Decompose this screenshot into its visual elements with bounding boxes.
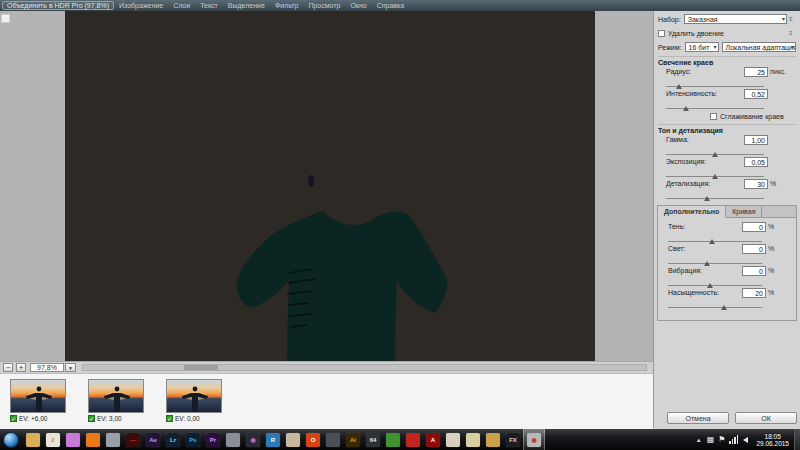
thumbnail-image[interactable] bbox=[166, 379, 222, 413]
premiere-icon-button[interactable]: Pr bbox=[203, 429, 223, 450]
menu-изображение[interactable]: Изображение bbox=[119, 2, 163, 9]
64-app-icon-button[interactable]: 64 bbox=[363, 429, 383, 450]
zoom-in-button[interactable]: + bbox=[16, 363, 26, 372]
photo-viewer-icon-button[interactable] bbox=[63, 429, 83, 450]
after-effects-icon-button[interactable]: Ae bbox=[143, 429, 163, 450]
r-app-icon-button[interactable]: R bbox=[263, 429, 283, 450]
slider-value-input[interactable]: 30 bbox=[744, 179, 768, 189]
acrobat-icon-button[interactable]: A bbox=[423, 429, 443, 450]
64-app-icon: 64 bbox=[366, 433, 380, 447]
menu-фильтр[interactable]: Фильтр bbox=[275, 2, 299, 9]
thumbnail-art bbox=[11, 380, 66, 413]
thumbnail-image[interactable] bbox=[88, 379, 144, 413]
menu-окно[interactable]: Окно bbox=[350, 2, 366, 9]
lightroom-icon-button[interactable]: Lr bbox=[163, 429, 183, 450]
lens-icon-button[interactable]: ◉ bbox=[243, 429, 263, 450]
hdr-preview-canvas[interactable] bbox=[65, 11, 595, 361]
tab-advanced[interactable]: Дополнительно bbox=[658, 206, 726, 218]
photoshop-icon-button[interactable]: Ps bbox=[183, 429, 203, 450]
volume-icon[interactable] bbox=[743, 437, 748, 443]
thumbnail-ev-value[interactable]: EV: 3,00 bbox=[97, 415, 122, 422]
slider-value-input[interactable]: 0 bbox=[742, 222, 766, 232]
menu-слои[interactable]: Слои bbox=[173, 2, 190, 9]
advanced-slider-2: Вибрация:0% bbox=[668, 266, 792, 288]
red-camera-icon-button[interactable] bbox=[403, 429, 423, 450]
smooth-edges-checkbox[interactable] bbox=[710, 113, 717, 120]
slider-value-input[interactable]: 25 bbox=[744, 67, 768, 77]
mode-row: Режим: 16 бит Локальная адаптация bbox=[658, 41, 796, 53]
thumbnail-checkbox[interactable]: ✓ bbox=[10, 415, 17, 422]
preset-select[interactable]: Заказная bbox=[684, 14, 787, 24]
scrollbar-thumb[interactable] bbox=[184, 365, 218, 370]
opera-icon-button[interactable]: O bbox=[303, 429, 323, 450]
avatar-app-icon-button[interactable] bbox=[443, 429, 463, 450]
photo-person-icon-button[interactable] bbox=[223, 429, 243, 450]
slider-value-input[interactable]: 0,05 bbox=[744, 157, 768, 167]
explorer-icon-button[interactable] bbox=[23, 429, 43, 450]
action-center-icon[interactable]: ▦ bbox=[707, 435, 715, 444]
thumbnail-ev-value[interactable]: EV: 0,00 bbox=[175, 415, 200, 422]
panel-menu-icon[interactable]: ≡ bbox=[789, 16, 796, 22]
edge-glow-section: Свечение краев Радиус:25пикс.Интенсивнос… bbox=[658, 56, 796, 121]
advanced-tab-group: Дополнительно Кривая Тень:0%Свет:0%Вибра… bbox=[657, 205, 797, 321]
gold-app-icon-button[interactable] bbox=[483, 429, 503, 450]
slider-value-input[interactable]: 0,52 bbox=[744, 89, 768, 99]
zoom-level-value[interactable]: 97,8% bbox=[30, 363, 64, 372]
slider-thumb[interactable] bbox=[704, 196, 710, 201]
slider-track[interactable] bbox=[666, 104, 764, 109]
screenshot-app-icon-button[interactable]: ◉ bbox=[523, 429, 545, 450]
thumbnail-checkbox[interactable]: ✓ bbox=[166, 415, 173, 422]
horizontal-scrollbar[interactable] bbox=[82, 364, 647, 371]
slider-thumb[interactable] bbox=[683, 106, 689, 111]
slider-value-input[interactable]: 20 bbox=[742, 288, 766, 298]
panel-menu-icon-2[interactable]: ≡ bbox=[789, 30, 796, 36]
thumbnail-image[interactable] bbox=[10, 379, 66, 413]
tray-expand-icon[interactable]: ▲ bbox=[696, 437, 702, 443]
notes-app-icon-button[interactable] bbox=[463, 429, 483, 450]
slider-track[interactable] bbox=[668, 303, 762, 308]
slider-track[interactable] bbox=[666, 150, 764, 155]
slider-track[interactable] bbox=[668, 259, 762, 264]
source-thumbnail-1: ✓EV: +6,00 bbox=[10, 379, 66, 422]
bit-depth-select[interactable]: 16 бит bbox=[685, 42, 719, 52]
photosphere-icon-button[interactable] bbox=[283, 429, 303, 450]
slider-thumb[interactable] bbox=[721, 305, 727, 310]
slider-track[interactable] bbox=[668, 237, 762, 242]
tray-clock[interactable]: 18:05 29.06.2015 bbox=[756, 433, 789, 447]
show-desktop-button[interactable] bbox=[794, 429, 800, 450]
fx-app-icon-button[interactable]: FX bbox=[503, 429, 523, 450]
video-app-icon-button[interactable]: — bbox=[123, 429, 143, 450]
tab-curve[interactable]: Кривая bbox=[726, 206, 762, 217]
slider-track[interactable] bbox=[666, 172, 764, 177]
menu-просмотр[interactable]: Просмотр bbox=[308, 2, 340, 9]
start-orb[interactable] bbox=[3, 432, 19, 448]
remove-ghosts-checkbox[interactable] bbox=[658, 30, 665, 37]
tone-detail-section: Тон и детализация Гамма:1,00Экспозиция:0… bbox=[658, 124, 796, 201]
2gis-icon-button[interactable]: 2 bbox=[43, 429, 63, 450]
illustrator-icon-button[interactable]: Ai bbox=[343, 429, 363, 450]
menu-справка[interactable]: Справка bbox=[377, 2, 404, 9]
ok-button[interactable]: ОК bbox=[735, 412, 797, 424]
slider-track[interactable] bbox=[668, 281, 762, 286]
counter-strike-icon-button[interactable] bbox=[323, 429, 343, 450]
zoom-out-button[interactable]: − bbox=[3, 363, 13, 372]
camera-icon-button[interactable] bbox=[103, 429, 123, 450]
firefox-icon-button[interactable] bbox=[83, 429, 103, 450]
zoom-dropdown-button[interactable]: ▼ bbox=[65, 363, 76, 372]
thumbnail-ev-value[interactable]: EV: +6,00 bbox=[19, 415, 48, 422]
thumbnail-checkbox[interactable]: ✓ bbox=[88, 415, 95, 422]
menu-выделение[interactable]: Выделение bbox=[228, 2, 265, 9]
green-app-icon-button[interactable] bbox=[383, 429, 403, 450]
method-select[interactable]: Локальная адаптация bbox=[722, 42, 796, 52]
flag-icon[interactable]: ⚑ bbox=[718, 435, 725, 444]
cancel-button[interactable]: Отмена bbox=[667, 412, 729, 424]
slider-value-input[interactable]: 0 bbox=[742, 244, 766, 254]
network-icon[interactable] bbox=[729, 435, 738, 444]
preset-row: Набор: Заказная ≡ bbox=[658, 13, 796, 25]
slider-value-input[interactable]: 0 bbox=[742, 266, 766, 276]
menu-текст[interactable]: Текст bbox=[200, 2, 218, 9]
slider-track[interactable] bbox=[666, 82, 764, 87]
tone-slider-2: Детализация:30% bbox=[666, 179, 794, 201]
slider-value-input[interactable]: 1,00 bbox=[744, 135, 768, 145]
slider-track[interactable] bbox=[666, 194, 764, 199]
